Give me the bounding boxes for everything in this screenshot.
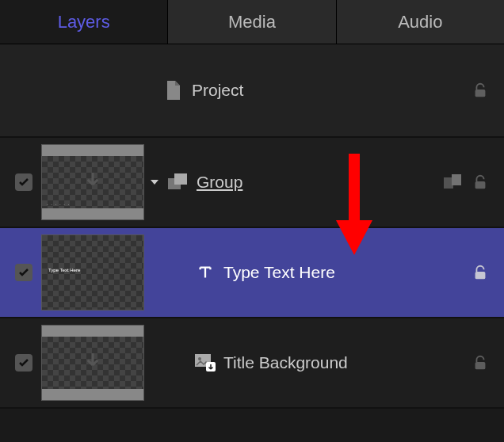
layer-row-text[interactable]: Type Text Here Type Text Here (0, 228, 504, 318)
layer-label: Title Background (223, 353, 348, 372)
layer-thumbnail (41, 325, 144, 401)
layers-panel: Project · · · · · · Group (0, 44, 504, 409)
panel-tabs: Layers Media Audio (0, 0, 504, 44)
svg-rect-6 (475, 272, 486, 279)
svg-point-9 (198, 357, 201, 360)
visibility-checkbox[interactable] (15, 264, 32, 281)
text-type-icon (192, 264, 219, 281)
layer-label[interactable]: Type Text Here (223, 263, 335, 282)
svg-rect-0 (475, 90, 486, 97)
visibility-checkbox[interactable] (15, 354, 32, 372)
layer-row-group[interactable]: · · · · · · Group (0, 138, 504, 228)
layer-thumbnail: Type Text Here (41, 234, 144, 311)
layer-label: Project (192, 81, 243, 100)
tab-audio[interactable]: Audio (337, 0, 504, 44)
svg-rect-11 (475, 362, 486, 369)
lock-icon[interactable] (469, 171, 491, 193)
tab-layers[interactable]: Layers (0, 0, 168, 44)
lock-icon[interactable] (469, 352, 491, 374)
svg-rect-2 (174, 173, 187, 185)
lock-icon[interactable] (469, 261, 491, 284)
visibility-checkbox[interactable] (15, 173, 32, 191)
layer-row-project[interactable]: Project (0, 44, 504, 138)
mask-icon[interactable] (444, 173, 463, 192)
dropzone-icon (192, 354, 219, 372)
svg-rect-5 (475, 181, 486, 189)
tab-media[interactable]: Media (168, 0, 336, 44)
lock-icon[interactable] (469, 79, 491, 101)
layer-row-title-background[interactable]: Title Background (0, 318, 504, 409)
project-icon (160, 79, 187, 101)
layer-thumbnail: · · · · · · (41, 144, 144, 220)
group-stack-icon (165, 173, 192, 191)
svg-rect-4 (452, 174, 461, 185)
layer-label[interactable]: Group (197, 173, 242, 192)
disclosure-triangle[interactable] (144, 176, 165, 189)
